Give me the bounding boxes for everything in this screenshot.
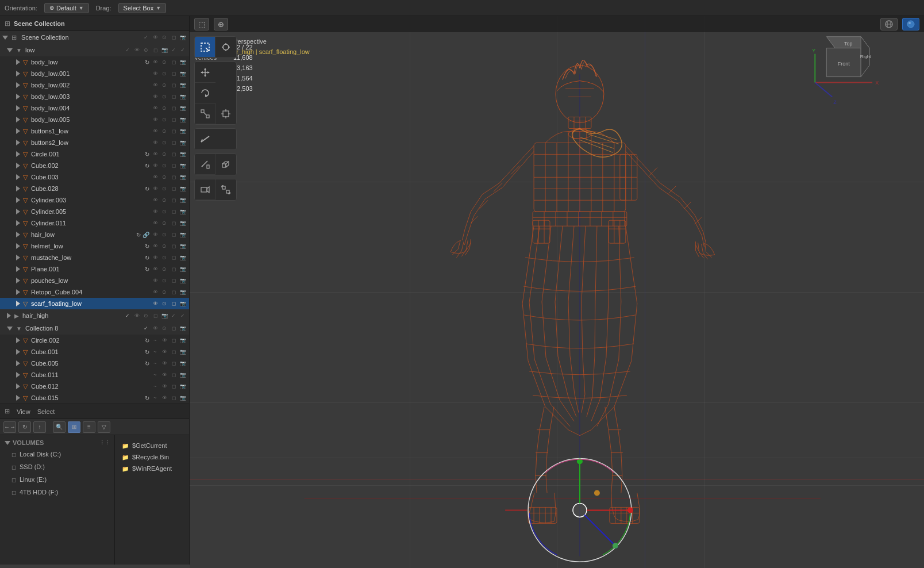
svg-marker-14: [204, 75, 206, 77]
svg-marker-16: [207, 71, 210, 74]
list-item[interactable]: ▽ Circle.001 ↻ 👁⊙◻📷: [0, 148, 189, 160]
top-bar: Orientation: ⊕ Default ▼ Drag: Select Bo…: [0, 0, 924, 16]
select-box-btn[interactable]: [195, 37, 215, 57]
file-item[interactable]: 📁 $Recycle.Bin: [120, 451, 184, 463]
left-panel: ⊞ Scene Collection ⊞ Scene Collection ✓ …: [0, 16, 190, 568]
svg-point-3: [907, 21, 914, 28]
svg-rect-29: [222, 164, 226, 167]
outliner-header: ⊞ Scene Collection: [0, 16, 189, 31]
cursor-tool-btn[interactable]: ⊕: [214, 18, 228, 30]
viewport[interactable]: ⬚ ⊕: [190, 16, 924, 568]
annotate-btn[interactable]: [195, 129, 215, 149]
measure-group: [194, 153, 237, 175]
file-main: 📁 $GetCurrent 📁 $Recycle.Bin 📁 $WinREAge…: [115, 435, 189, 565]
file-sidebar: Volumes ⋮⋮ ◻ Local Disk (C:) ◻ SSD (D:): [0, 435, 115, 565]
outliner-list[interactable]: ⊞ Scene Collection ✓ 👁 ⊙ ◻ 📷 ▼ low: [0, 31, 189, 404]
svg-rect-28: [207, 165, 209, 168]
linux-item[interactable]: ◻ Linux (E:): [0, 473, 114, 486]
search-btn[interactable]: 🔍: [53, 421, 66, 433]
svg-line-35: [226, 165, 229, 167]
svg-point-6: [223, 44, 229, 50]
drag-label: Drag:: [96, 5, 111, 11]
list-item[interactable]: ▽ Cube.001 ↻ ~👁◻📷: [0, 346, 189, 358]
viewport-canvas: [190, 16, 924, 568]
svg-line-31: [222, 162, 225, 164]
volumes-title: Volumes ⋮⋮: [0, 437, 114, 448]
select-tool-btn[interactable]: ⬚: [194, 18, 209, 30]
list-item[interactable]: ▽ buttons2_low 👁⊙◻📷: [0, 137, 189, 148]
list-item[interactable]: ▽ Circle.002 ↻ ~👁◻📷: [0, 335, 189, 346]
grid-view-btn[interactable]: ⊞: [68, 421, 80, 433]
file-item[interactable]: 📁 $GetCurrent: [120, 440, 184, 451]
scale-btn[interactable]: [195, 103, 215, 124]
svg-line-30: [226, 162, 229, 164]
ssd-item[interactable]: ◻ SSD (D:): [0, 460, 114, 473]
drag-dropdown[interactable]: Select Box ▼: [118, 3, 167, 13]
viewport-header: ⬚ ⊕: [190, 16, 924, 32]
list-item[interactable]: ▽ body_low ↻ 👁⊙◻📷: [0, 56, 189, 68]
svg-line-26: [201, 136, 209, 142]
cursor-btn[interactable]: [215, 37, 236, 57]
select-menu[interactable]: Select: [37, 408, 55, 415]
rotate-btn[interactable]: [195, 83, 215, 103]
hair-high-collection-header[interactable]: ▶ hair_high ✓ 👁⊙◻📷 ✓✓: [0, 309, 189, 322]
main-area: ⊞ Scene Collection ⊞ Scene Collection ✓ …: [0, 16, 924, 568]
svg-marker-15: [201, 71, 203, 74]
list-item[interactable]: ▽ Cube.028 ↻ 👁⊙◻📷: [0, 183, 189, 194]
scene-collection-header[interactable]: ⊞ Scene Collection ✓ 👁 ⊙ ◻ 📷: [0, 31, 189, 44]
list-item[interactable]: ▽ Cylinder.003 👁⊙◻📷: [0, 194, 189, 206]
list-view-btn[interactable]: ≡: [83, 421, 95, 433]
camera-view-btn[interactable]: [195, 179, 215, 200]
volumes-section: Volumes ⋮⋮ ◻ Local Disk (C:) ◻ SSD (D:): [0, 435, 114, 501]
list-item[interactable]: ▽ Cylinder.011 👁⊙◻📷: [0, 217, 189, 229]
add-cube-btn[interactable]: [215, 154, 236, 175]
wireframe-shading-btn[interactable]: [880, 18, 898, 30]
move-btn[interactable]: [195, 62, 215, 83]
filter-btn[interactable]: ▽: [98, 421, 110, 433]
view-group: [194, 179, 237, 201]
list-item[interactable]: ▽ body_low.005 👁⊙◻📷: [0, 114, 189, 125]
list-item[interactable]: ▽ Cube.015 ↻ ~👁◻📷: [0, 392, 189, 404]
list-item[interactable]: ▽ body_low.004 👁⊙◻📷: [0, 102, 189, 114]
file-content: Volumes ⋮⋮ ◻ Local Disk (C:) ◻ SSD (D:): [0, 435, 189, 565]
list-item[interactable]: ▽ Cube.011 ~👁◻📷: [0, 369, 189, 381]
list-item-selected[interactable]: ▽ scarf_floating_low 👁⊙◻📷: [0, 298, 189, 309]
orientation-dropdown[interactable]: ⊕ Default ▼: [44, 3, 89, 13]
list-item[interactable]: ▽ Cube.012 ~👁◻📷: [0, 381, 189, 392]
svg-rect-19: [206, 115, 209, 118]
list-item[interactable]: ▽ Cylinder.005 👁⊙◻📷: [0, 206, 189, 217]
viewport-tools: [194, 36, 237, 203]
refresh-btn[interactable]: ↻: [18, 421, 31, 433]
list-item[interactable]: ▽ body_low.002 👁⊙◻📷: [0, 79, 189, 91]
hdd-item[interactable]: ◻ 4TB HDD (F:): [0, 486, 114, 498]
nav-back-btn[interactable]: ←→: [3, 421, 16, 433]
outliner-title: Scene Collection: [14, 20, 65, 27]
svg-rect-21: [223, 111, 229, 117]
list-item[interactable]: ▽ mustache_low ↻ 👁⊙◻📷: [0, 252, 189, 263]
svg-rect-39: [226, 190, 229, 193]
list-item[interactable]: ▽ Cube.002 ↻ 👁⊙◻📷: [0, 160, 189, 171]
svg-rect-18: [201, 110, 204, 113]
list-item[interactable]: ▽ body_low.001 👁⊙◻📷: [0, 68, 189, 79]
list-item[interactable]: ▽ Cube.005 ↻ ~👁◻📷: [0, 358, 189, 369]
list-item[interactable]: ▽ helmet_low ↻ 👁⊙◻📷: [0, 240, 189, 252]
list-item[interactable]: ▽ Cube.003 👁⊙◻📷: [0, 171, 189, 183]
list-item[interactable]: ▽ Retopo_Cube.004 👁⊙◻📷: [0, 286, 189, 298]
measure-btn[interactable]: [195, 154, 215, 175]
low-collection-header[interactable]: ▼ low ✓ 👁 ⊙ ◻ 📷 ✓ ✓: [0, 44, 189, 56]
list-item[interactable]: ▽ body_low.003 👁⊙◻📷: [0, 91, 189, 102]
frame-selected-btn[interactable]: [215, 179, 236, 200]
collection8-header[interactable]: ▼ Collection 8 ✓ 👁⊙◻📷: [0, 322, 189, 335]
orientation-label: Orientation:: [5, 5, 37, 11]
transform-btn[interactable]: [215, 103, 236, 124]
file-item[interactable]: 📁 $WinREAgent: [120, 463, 184, 474]
solid-shading-btn[interactable]: [902, 18, 919, 30]
list-item[interactable]: ▽ hair_low ↻ 🔗 👁⊙◻📷: [0, 229, 189, 240]
list-item[interactable]: ▽ Plane.001 ↻ 👁⊙◻📷: [0, 263, 189, 275]
svg-rect-36: [201, 187, 207, 192]
parent-btn[interactable]: ↑: [33, 421, 46, 433]
list-item[interactable]: ▽ pouches_low 👁⊙◻📷: [0, 275, 189, 286]
view-menu[interactable]: View: [17, 408, 30, 415]
list-item[interactable]: ▽ buttons1_low 👁⊙◻📷: [0, 125, 189, 137]
local-disk-item[interactable]: ◻ Local Disk (C:): [0, 448, 114, 460]
